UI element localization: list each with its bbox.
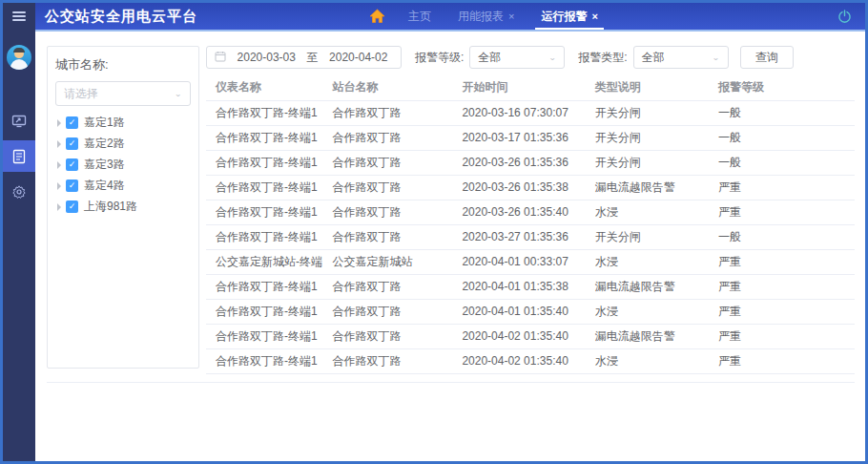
table-row[interactable]: 合作路双丁路-终端1 合作路双丁路 2020-04-02 01:35:40 水浸… <box>206 348 855 373</box>
col-meter-name: 仪表名称 <box>206 75 322 100</box>
cell-start-time: 2020-04-01 01:35:40 <box>452 299 585 324</box>
cell-station-name: 合作路双丁路 <box>322 224 452 249</box>
tree-item[interactable]: ✓ 嘉定2路 <box>55 137 191 151</box>
tab-label: 用能报表 <box>458 9 504 25</box>
start-date-value[interactable]: 2020-03-03 <box>232 51 301 64</box>
table-row[interactable]: 合作路双丁路-终端1 合作路双丁路 2020-03-27 01:35:36 开关… <box>206 224 855 249</box>
cell-type-desc: 水浸 <box>586 299 709 324</box>
table-row[interactable]: 合作路双丁路-终端1 合作路双丁路 2020-03-26 01:35:40 水浸… <box>206 200 855 224</box>
filter-bar: 2020-03-03 至 2020-04-02 报警等级: 全部 ⌄ 报警类型:… <box>206 46 855 69</box>
query-button[interactable]: 查询 <box>740 46 794 69</box>
left-rail <box>3 3 35 461</box>
col-start-time: 开始时间 <box>452 75 585 100</box>
tree-item[interactable]: ✓ 嘉定1路 <box>55 116 191 130</box>
home-icon[interactable] <box>369 9 385 24</box>
app-title: 公交站安全用电云平台 <box>45 8 197 26</box>
tab-home[interactable]: 主页 <box>399 3 441 30</box>
cell-alarm-level: 严重 <box>709 274 855 299</box>
tree-item[interactable]: ✓ 嘉定3路 <box>55 158 191 172</box>
cell-station-name: 合作路双丁路 <box>322 348 452 373</box>
tab-close-icon[interactable]: × <box>508 11 514 22</box>
expand-arrow-icon[interactable] <box>57 203 61 211</box>
table-row[interactable]: 合作路双丁路-终端1 合作路双丁路 2020-04-01 01:35:38 漏电… <box>206 274 855 299</box>
chevron-down-icon: ⌄ <box>712 53 719 62</box>
tab-close-icon[interactable]: × <box>591 11 597 22</box>
expand-arrow-icon[interactable] <box>57 161 61 169</box>
table-row[interactable]: 合作路双丁路-终端1 合作路双丁路 2020-03-16 07:30:07 开关… <box>206 100 855 125</box>
cell-start-time: 2020-03-16 07:30:07 <box>452 100 585 125</box>
alarm-type-select[interactable]: 全部 ⌄ <box>633 46 729 69</box>
table-row[interactable]: 合作路双丁路-终端1 合作路双丁路 2020-03-17 01:35:36 开关… <box>206 125 855 150</box>
cell-start-time: 2020-03-27 01:35:36 <box>452 224 585 249</box>
sidebar-item-settings[interactable] <box>3 176 35 207</box>
cell-meter-name: 合作路双丁路-终端1 <box>206 200 322 224</box>
cell-station-name: 合作路双丁路 <box>322 100 452 125</box>
checkbox-checked[interactable]: ✓ <box>66 158 78 171</box>
checkbox-checked[interactable]: ✓ <box>66 179 78 192</box>
alarm-level-select[interactable]: 全部 ⌄ <box>469 46 565 69</box>
end-date-value[interactable]: 2020-04-02 <box>324 51 394 64</box>
city-select-placeholder: 请选择 <box>64 86 98 102</box>
tree-item[interactable]: ✓ 嘉定4路 <box>55 179 191 193</box>
avatar[interactable] <box>7 45 31 70</box>
tree-item-label: 上海981路 <box>84 199 137 215</box>
tab-run-alarm[interactable]: 运行报警 × <box>531 3 607 30</box>
cell-alarm-level: 严重 <box>709 324 855 348</box>
cell-start-time: 2020-03-26 01:35:38 <box>452 175 585 200</box>
table-row[interactable]: 合作路双丁路-终端1 合作路双丁路 2020-03-26 01:35:38 漏电… <box>206 175 855 200</box>
date-range-picker[interactable]: 2020-03-03 至 2020-04-02 <box>206 46 402 69</box>
checkbox-checked[interactable]: ✓ <box>66 116 78 129</box>
hamburger-icon <box>12 10 26 23</box>
table-header-row: 仪表名称 站台名称 开始时间 类型说明 报警等级 <box>206 75 855 100</box>
power-logout-icon[interactable] <box>837 10 852 24</box>
cell-start-time: 2020-04-01 01:35:38 <box>452 274 585 299</box>
cell-type-desc: 水浸 <box>586 249 709 274</box>
tree-item[interactable]: ✓ 上海981路 <box>55 200 191 214</box>
city-select[interactable]: 请选择 ⌄ <box>55 81 191 106</box>
alarm-level-value: 全部 <box>478 50 501 66</box>
tree-item-label: 嘉定3路 <box>84 157 125 173</box>
cell-alarm-level: 一般 <box>709 224 855 249</box>
cell-meter-name: 合作路双丁路-终端1 <box>206 125 322 150</box>
main-content: 2020-03-03 至 2020-04-02 报警等级: 全部 ⌄ 报警类型:… <box>206 46 855 374</box>
tab-energy-report[interactable]: 用能报表 × <box>448 3 524 30</box>
report-list-icon <box>11 149 27 164</box>
checkbox-checked[interactable]: ✓ <box>66 200 78 213</box>
table-row[interactable]: 公交嘉定新城站-终端1 公交嘉定新城站 2020-04-01 00:33:07 … <box>206 249 855 274</box>
cell-start-time: 2020-03-26 01:35:36 <box>452 150 585 175</box>
cell-type-desc: 开关分闸 <box>586 100 709 125</box>
rail-nav <box>3 105 35 211</box>
table-row[interactable]: 合作路双丁路-终端1 合作路双丁路 2020-04-02 01:35:40 漏电… <box>206 324 855 348</box>
cell-alarm-level: 一般 <box>709 100 855 125</box>
cell-type-desc: 漏电流越限告警 <box>586 175 709 200</box>
city-tree-panel: 城市名称: 请选择 ⌄ ✓ 嘉定1路 ✓ 嘉定2路 <box>47 46 199 369</box>
expand-arrow-icon[interactable] <box>57 182 61 190</box>
cell-start-time: 2020-04-02 01:35:40 <box>452 348 585 373</box>
cell-station-name: 合作路双丁路 <box>322 150 452 175</box>
checkbox-checked[interactable]: ✓ <box>66 137 78 150</box>
col-type-desc: 类型说明 <box>586 75 709 100</box>
cell-type-desc: 开关分闸 <box>586 150 709 175</box>
cell-start-time: 2020-03-17 01:35:36 <box>452 125 585 150</box>
tab-label: 主页 <box>408 9 431 25</box>
cell-station-name: 合作路双丁路 <box>322 324 452 348</box>
tab-label: 运行报警 <box>541 9 587 25</box>
chevron-down-icon: ⌄ <box>175 90 182 98</box>
expand-arrow-icon[interactable] <box>57 119 61 127</box>
sidebar-item-reports[interactable] <box>3 140 35 172</box>
cell-type-desc: 开关分闸 <box>586 125 709 150</box>
tab-bar: 主页 用能报表 × 运行报警 × <box>369 3 608 30</box>
cell-type-desc: 漏电流越限告警 <box>586 274 709 299</box>
table-row[interactable]: 合作路双丁路-终端1 合作路双丁路 2020-03-26 01:35:36 开关… <box>206 150 855 175</box>
date-separator: 至 <box>307 50 319 66</box>
cell-alarm-level: 一般 <box>709 125 855 150</box>
cell-meter-name: 合作路双丁路-终端1 <box>206 299 322 324</box>
table-row[interactable]: 合作路双丁路-终端1 合作路双丁路 2020-04-01 01:35:40 水浸… <box>206 299 855 324</box>
cell-station-name: 公交嘉定新城站 <box>322 249 452 274</box>
menu-toggle-button[interactable] <box>3 3 35 30</box>
tree-item-label: 嘉定4路 <box>84 178 125 194</box>
sidebar-item-monitor[interactable] <box>3 105 35 137</box>
cell-type-desc: 水浸 <box>586 200 709 224</box>
expand-arrow-icon[interactable] <box>57 140 61 148</box>
cell-station-name: 合作路双丁路 <box>322 175 452 200</box>
